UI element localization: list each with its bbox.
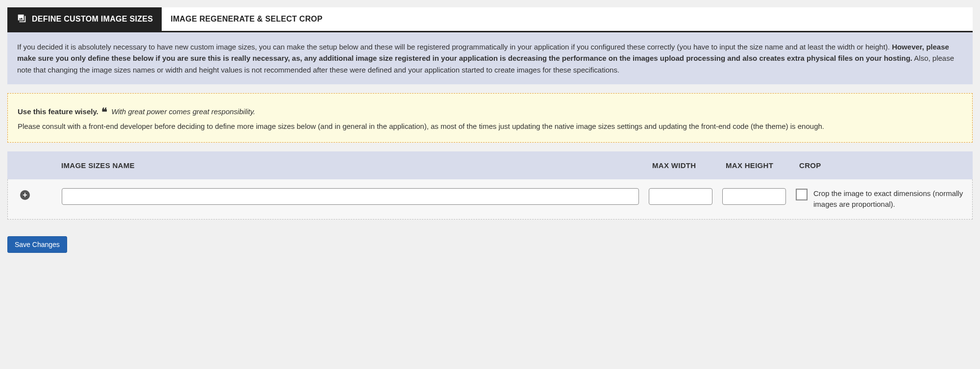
- warning-strong: Use this feature wisely.: [18, 107, 98, 115]
- crop-label: Crop the image to exact dimensions (norm…: [813, 188, 964, 210]
- save-button[interactable]: Save Changes: [7, 236, 67, 253]
- tab-define-sizes[interactable]: DEFINE CUSTOM IMAGE SIZES: [7, 7, 162, 31]
- th-height: MAX HEIGHT: [723, 161, 786, 170]
- crop-checkbox[interactable]: [796, 189, 808, 200]
- table-header-row: IMAGE SIZES NAME MAX WIDTH MAX HEIGHT CR…: [7, 151, 973, 179]
- sizes-table: IMAGE SIZES NAME MAX WIDTH MAX HEIGHT CR…: [7, 151, 973, 220]
- tab-label-inactive: IMAGE REGENERATE & SELECT CROP: [171, 15, 322, 24]
- max-width-input[interactable]: [649, 188, 712, 205]
- quote-icon: ❝: [101, 106, 107, 118]
- th-width: MAX WIDTH: [649, 161, 713, 170]
- warning-panel: Use this feature wisely. ❝ With great po…: [7, 93, 973, 143]
- info-panel: If you decided it is absolutely necessar…: [7, 32, 973, 84]
- tab-regenerate-crop[interactable]: IMAGE REGENERATE & SELECT CROP: [162, 7, 331, 31]
- warning-body: Please consult with a front-end develope…: [18, 121, 962, 132]
- add-row-button[interactable]: +: [20, 190, 30, 200]
- plus-icon: +: [23, 191, 27, 199]
- size-name-input[interactable]: [62, 188, 639, 205]
- tab-bar: DEFINE CUSTOM IMAGE SIZES IMAGE REGENERA…: [7, 7, 973, 32]
- info-text-pre: If you decided it is absolutely necessar…: [17, 43, 892, 51]
- image-icon: [16, 13, 27, 25]
- th-name: IMAGE SIZES NAME: [51, 161, 639, 170]
- tab-label-active: DEFINE CUSTOM IMAGE SIZES: [32, 15, 153, 24]
- warning-quote: With great power comes great responsibil…: [111, 107, 255, 115]
- table-row: + Crop the image to exact dimensions (no…: [7, 179, 973, 220]
- max-height-input[interactable]: [722, 188, 786, 205]
- th-crop: CROP: [796, 161, 973, 170]
